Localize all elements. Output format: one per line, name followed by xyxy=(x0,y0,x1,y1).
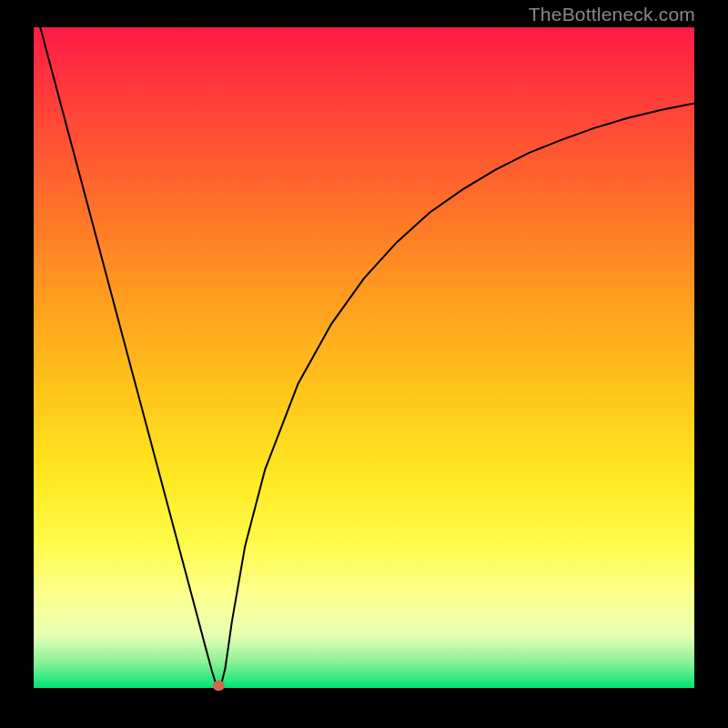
chart-frame: TheBottleneck.com xyxy=(0,0,728,728)
plot-area xyxy=(34,27,694,688)
bottleneck-curve-line xyxy=(40,27,694,688)
chart-svg xyxy=(34,27,694,688)
watermark-text: TheBottleneck.com xyxy=(529,4,695,25)
minimum-marker xyxy=(213,681,225,692)
